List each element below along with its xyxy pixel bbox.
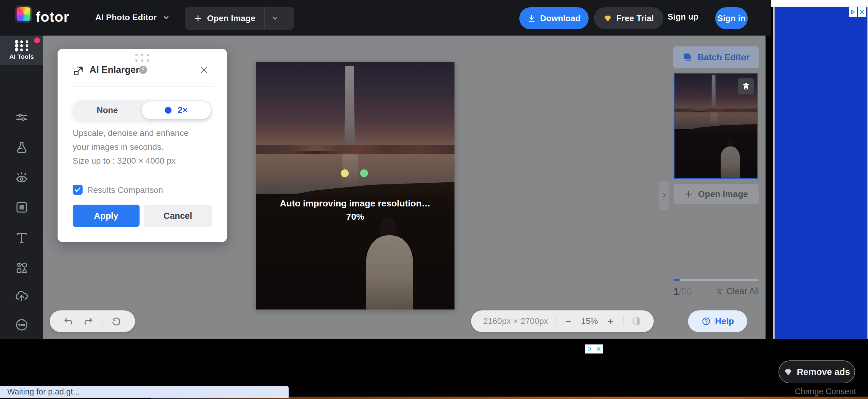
sidebar-item-ai-tools[interactable]: AI Tools	[0, 36, 43, 65]
sidebar-item-text[interactable]	[14, 230, 29, 245]
ad-controls	[585, 344, 603, 354]
zoom-in-button[interactable]: +	[605, 316, 616, 327]
processing-percent: 70%	[256, 212, 455, 222]
batch-editor-button[interactable]: Batch Editor	[673, 47, 759, 68]
sidebar-item-frame[interactable]	[14, 200, 29, 215]
ad-close-icon[interactable]	[858, 7, 866, 17]
undo-button[interactable]	[62, 315, 74, 327]
dialog-drag-handle[interactable]	[58, 54, 227, 62]
reset-button[interactable]	[110, 315, 122, 327]
toolbar-divider	[555, 316, 556, 326]
browser-status-bar: Waiting for p.ad.gt...	[0, 386, 289, 398]
ai-tools-label: AI Tools	[0, 53, 43, 60]
open-image-label: Open Image	[207, 13, 255, 23]
open-image-button[interactable]: Open Image	[185, 7, 264, 30]
dialog-divider	[69, 174, 216, 174]
usage-progress-bar[interactable]	[674, 279, 758, 281]
sliders-icon	[14, 110, 29, 125]
dialog-size-note: Size up to : 3200 × 4000 px	[73, 156, 176, 166]
diamond-icon	[784, 367, 793, 376]
remove-ads-label: Remove ads	[797, 367, 850, 377]
flask-icon	[14, 140, 29, 155]
ad-close-icon[interactable]	[594, 344, 603, 354]
open-image-dropdown-button[interactable]	[265, 7, 286, 30]
brand-name[interactable]: fotor	[36, 8, 69, 25]
batch-editor-label: Batch Editor	[698, 53, 749, 62]
plus-icon	[684, 189, 693, 198]
ad-controls	[849, 7, 866, 17]
image-size-label: 2160px × 2700px	[483, 316, 548, 326]
active-dot-icon	[165, 107, 172, 114]
sign-up-link[interactable]: Sign up	[668, 12, 699, 22]
text-icon	[14, 230, 29, 245]
download-label: Download	[540, 13, 581, 23]
editor-mode-menu[interactable]: AI Photo Editor	[95, 13, 170, 22]
apply-button[interactable]: Apply	[73, 205, 140, 227]
progress-fill	[674, 279, 680, 281]
dialog-divider	[69, 86, 216, 87]
free-trial-button[interactable]: Free Trial	[594, 7, 663, 29]
history-toolbar	[50, 310, 135, 332]
panel-open-image-button[interactable]: Open Image	[674, 184, 758, 204]
panel-open-image-label: Open Image	[698, 189, 748, 199]
adchoices-icon[interactable]	[585, 344, 594, 354]
loading-dot-yellow	[341, 170, 349, 177]
page-background	[771, 0, 868, 7]
notification-badge	[34, 37, 40, 43]
clear-all-button[interactable]: Clear All	[714, 286, 759, 296]
free-trial-label: Free Trial	[616, 13, 654, 23]
counter-total: /50	[679, 286, 692, 297]
zoom-level: 15%	[581, 316, 598, 326]
results-comparison-label: Results Comparison	[87, 185, 163, 195]
sidebar-item-ai-retouch[interactable]	[14, 170, 29, 185]
zoom-out-button[interactable]: −	[563, 316, 574, 327]
sidebar-ad-banner[interactable]	[773, 7, 868, 343]
results-comparison-checkbox[interactable]	[73, 185, 83, 195]
gem-icon	[604, 14, 612, 23]
chevron-down-icon	[162, 13, 170, 21]
help-label: Help	[715, 316, 734, 326]
download-button[interactable]: Download	[519, 7, 589, 29]
change-consent-link[interactable]: Change Consent	[778, 387, 856, 396]
remove-ads-button[interactable]: Remove ads	[778, 361, 855, 383]
processing-status-text: Auto improving image resolution…	[256, 198, 455, 209]
sidebar-item-effects[interactable]	[14, 140, 29, 155]
counter-current: 1	[674, 286, 679, 297]
fotor-logo-icon[interactable]	[16, 6, 32, 22]
top-navbar: fotor AI Photo Editor Open Image Downloa…	[0, 0, 771, 36]
dialog-title: AI Enlarger	[90, 64, 139, 75]
toolbar-divider	[623, 316, 624, 326]
compare-view-icon[interactable]	[631, 316, 642, 327]
ellipsis-circle-icon	[14, 317, 29, 332]
loading-dot-green	[360, 170, 368, 177]
close-icon[interactable]	[198, 64, 210, 75]
processing-dim-overlay	[256, 62, 455, 309]
sidebar-item-upload[interactable]	[14, 288, 29, 303]
scale-option-2x[interactable]: 2×	[142, 101, 211, 119]
zoom-toolbar: 2160px × 2700px − 15% +	[471, 310, 654, 332]
toolbar-divider	[102, 316, 102, 326]
help-badge-icon[interactable]: ?	[139, 66, 147, 74]
adchoices-icon[interactable]	[849, 7, 857, 17]
panel-collapse-button[interactable]	[658, 181, 669, 210]
delete-image-button[interactable]	[738, 78, 754, 94]
canvas-image[interactable]	[256, 62, 455, 309]
editor-mode-label: AI Photo Editor	[95, 13, 157, 22]
help-button[interactable]: Help	[688, 310, 747, 332]
dialog-description-line1: Upscale, denoise and enhance	[73, 128, 189, 138]
layers-icon	[683, 52, 693, 62]
open-image-split-button: Open Image	[185, 7, 294, 30]
left-sidebar: AI Tools	[0, 36, 43, 339]
cancel-button[interactable]: Cancel	[144, 205, 212, 227]
sidebar-item-elements[interactable]	[14, 260, 29, 275]
redo-button[interactable]	[82, 315, 94, 327]
download-icon	[527, 14, 536, 23]
scale-option-none[interactable]: None	[72, 100, 142, 120]
frame-icon	[14, 200, 29, 215]
sidebar-item-adjust[interactable]	[14, 110, 29, 125]
sidebar-item-more[interactable]	[14, 317, 29, 332]
sign-in-button[interactable]: Sign in	[715, 7, 748, 29]
ai-tools-grid-icon	[14, 40, 30, 52]
question-circle-icon	[701, 316, 711, 326]
ai-enlarger-dialog: AI Enlarger ? None 2× Upscale, denoise a…	[58, 49, 227, 242]
